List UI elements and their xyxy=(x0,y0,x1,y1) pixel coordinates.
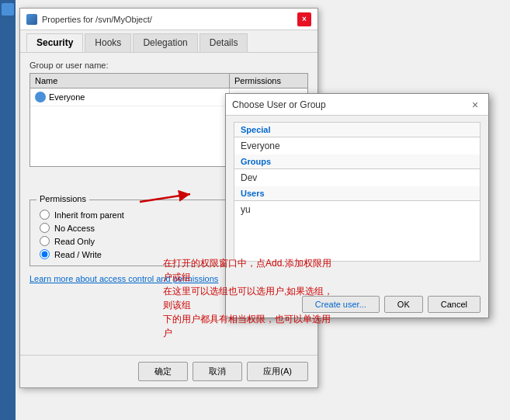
dialog-title: Properties for /svn/MyObject/ xyxy=(42,15,152,24)
user-name-cell: Everyone xyxy=(30,89,230,106)
ok-button[interactable]: 确定 xyxy=(138,362,188,381)
taskbar xyxy=(0,0,16,420)
dialog-app-icon xyxy=(26,14,37,25)
choose-cancel-button[interactable]: Cancel xyxy=(428,296,481,313)
tab-hooks[interactable]: Hooks xyxy=(85,33,131,52)
titlebar-left: Properties for /svn/MyObject/ xyxy=(26,14,152,25)
no-access-radio[interactable] xyxy=(40,223,50,233)
tabs-container: Security Hooks Delegation Details xyxy=(20,30,317,53)
tab-security[interactable]: Security xyxy=(26,33,83,52)
col-name-header: Name xyxy=(30,74,230,88)
read-write-radio[interactable] xyxy=(40,249,50,259)
choose-dialog-title: Choose User or Group xyxy=(232,99,326,110)
properties-titlebar: Properties for /svn/MyObject/ × xyxy=(20,9,317,30)
tab-delegation[interactable]: Delegation xyxy=(133,33,197,52)
tab-details[interactable]: Details xyxy=(199,33,248,52)
choose-close-button[interactable]: × xyxy=(468,98,482,112)
bottom-buttons: 确定 取消 应用(A) xyxy=(20,355,317,387)
inherit-radio[interactable] xyxy=(40,210,50,220)
special-section-header: Special xyxy=(234,123,480,137)
user-icon xyxy=(35,92,46,102)
users-section-header: Users xyxy=(234,186,480,201)
red-arrow-icon xyxy=(136,186,198,210)
cancel-button[interactable]: 取消 xyxy=(193,362,242,381)
permissions-legend: Permissions xyxy=(36,194,89,203)
list-item-everyone[interactable]: Everyone xyxy=(234,137,480,154)
read-only-radio[interactable] xyxy=(40,236,50,246)
groups-section-header: Groups xyxy=(234,154,480,169)
svg-line-1 xyxy=(140,194,190,202)
table-header: Name Permissions xyxy=(30,74,307,89)
annotation-text: 在打开的权限窗口中，点Add.添加权限用户或组 在这里可以选组也可以选用户,如果… xyxy=(163,256,334,340)
apply-button[interactable]: 应用(A) xyxy=(247,362,308,381)
choose-ok-button[interactable]: OK xyxy=(384,296,423,313)
choose-titlebar: Choose User or Group × xyxy=(226,94,488,116)
list-item-dev[interactable]: Dev xyxy=(234,169,480,186)
choose-list[interactable]: Special Everyone Groups Dev Users yu xyxy=(234,122,481,262)
taskbar-icon xyxy=(2,3,14,16)
group-user-label: Group or user name: xyxy=(29,61,308,70)
list-item-yu[interactable]: yu xyxy=(234,201,480,218)
properties-close-button[interactable]: × xyxy=(297,12,311,26)
arrow-overlay xyxy=(136,186,198,212)
col-permissions-header: Permissions xyxy=(230,74,307,88)
